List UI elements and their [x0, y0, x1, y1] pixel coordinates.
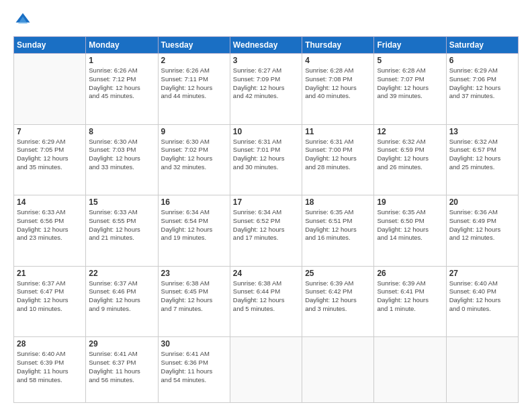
- day-info: Sunrise: 6:39 AM Sunset: 6:41 PM Dayligh…: [377, 279, 443, 314]
- day-number: 19: [377, 197, 443, 207]
- day-info: Sunrise: 6:40 AM Sunset: 6:40 PM Dayligh…: [449, 279, 515, 314]
- weekday-header: Friday: [374, 37, 446, 54]
- page: SundayMondayTuesdayWednesdayThursdayFrid…: [0, 0, 532, 411]
- day-number: 23: [161, 269, 227, 278]
- calendar-cell: 6Sunrise: 6:29 AM Sunset: 7:06 PM Daylig…: [446, 54, 518, 125]
- day-number: 11: [305, 127, 371, 136]
- calendar-cell: 11Sunrise: 6:31 AM Sunset: 7:00 PM Dayli…: [302, 124, 374, 195]
- day-number: 6: [449, 56, 515, 65]
- day-number: 15: [89, 197, 154, 207]
- calendar-cell: [230, 337, 302, 403]
- calendar-week-row: 7Sunrise: 6:29 AM Sunset: 7:05 PM Daylig…: [14, 124, 519, 195]
- day-number: 8: [89, 127, 154, 136]
- day-info: Sunrise: 6:38 AM Sunset: 6:44 PM Dayligh…: [233, 279, 299, 314]
- calendar-cell: 1Sunrise: 6:26 AM Sunset: 7:12 PM Daylig…: [86, 54, 158, 125]
- calendar-cell: 22Sunrise: 6:37 AM Sunset: 6:46 PM Dayli…: [86, 266, 158, 337]
- day-number: 20: [449, 197, 515, 207]
- day-info: Sunrise: 6:35 AM Sunset: 6:50 PM Dayligh…: [377, 208, 443, 242]
- weekday-header: Wednesday: [230, 37, 302, 54]
- calendar-cell: 27Sunrise: 6:40 AM Sunset: 6:40 PM Dayli…: [446, 266, 518, 337]
- calendar-cell: 2Sunrise: 6:26 AM Sunset: 7:11 PM Daylig…: [158, 54, 230, 125]
- day-info: Sunrise: 6:26 AM Sunset: 7:11 PM Dayligh…: [161, 66, 227, 101]
- day-number: 13: [449, 127, 515, 136]
- day-info: Sunrise: 6:34 AM Sunset: 6:52 PM Dayligh…: [233, 208, 299, 242]
- calendar-cell: [14, 54, 86, 125]
- day-number: 30: [161, 339, 227, 349]
- day-number: 12: [377, 127, 443, 136]
- day-info: Sunrise: 6:26 AM Sunset: 7:12 PM Dayligh…: [89, 66, 154, 101]
- calendar-cell: 26Sunrise: 6:39 AM Sunset: 6:41 PM Dayli…: [374, 266, 446, 337]
- calendar-cell: 10Sunrise: 6:31 AM Sunset: 7:01 PM Dayli…: [230, 124, 302, 195]
- calendar-cell: 12Sunrise: 6:32 AM Sunset: 6:59 PM Dayli…: [374, 124, 446, 195]
- day-number: 3: [233, 56, 299, 65]
- calendar-cell: [374, 337, 446, 403]
- day-number: 29: [89, 339, 154, 349]
- day-info: Sunrise: 6:40 AM Sunset: 6:39 PM Dayligh…: [17, 350, 83, 384]
- day-info: Sunrise: 6:41 AM Sunset: 6:36 PM Dayligh…: [161, 350, 227, 384]
- day-info: Sunrise: 6:36 AM Sunset: 6:49 PM Dayligh…: [449, 208, 515, 242]
- calendar-cell: 15Sunrise: 6:33 AM Sunset: 6:55 PM Dayli…: [86, 195, 158, 267]
- calendar-cell: 13Sunrise: 6:32 AM Sunset: 6:57 PM Dayli…: [446, 124, 518, 195]
- day-info: Sunrise: 6:33 AM Sunset: 6:56 PM Dayligh…: [17, 208, 83, 242]
- weekday-header: Thursday: [302, 37, 374, 54]
- weekday-header: Sunday: [14, 37, 86, 54]
- day-info: Sunrise: 6:29 AM Sunset: 7:05 PM Dayligh…: [17, 138, 83, 172]
- logo: [13, 11, 35, 30]
- day-number: 18: [305, 197, 371, 207]
- day-info: Sunrise: 6:41 AM Sunset: 6:37 PM Dayligh…: [89, 350, 154, 384]
- calendar-cell: 4Sunrise: 6:28 AM Sunset: 7:08 PM Daylig…: [302, 54, 374, 125]
- calendar-cell: 16Sunrise: 6:34 AM Sunset: 6:54 PM Dayli…: [158, 195, 230, 267]
- weekday-header: Saturday: [446, 37, 518, 54]
- calendar-week-row: 14Sunrise: 6:33 AM Sunset: 6:56 PM Dayli…: [14, 195, 519, 267]
- calendar-week-row: 1Sunrise: 6:26 AM Sunset: 7:12 PM Daylig…: [14, 54, 519, 125]
- calendar-week-row: 21Sunrise: 6:37 AM Sunset: 6:47 PM Dayli…: [14, 266, 519, 337]
- day-info: Sunrise: 6:34 AM Sunset: 6:54 PM Dayligh…: [161, 208, 227, 242]
- day-number: 27: [449, 269, 515, 278]
- calendar-cell: 20Sunrise: 6:36 AM Sunset: 6:49 PM Dayli…: [446, 195, 518, 267]
- calendar-header-row: SundayMondayTuesdayWednesdayThursdayFrid…: [14, 37, 519, 54]
- day-number: 17: [233, 197, 299, 207]
- day-info: Sunrise: 6:30 AM Sunset: 7:03 PM Dayligh…: [89, 138, 154, 172]
- calendar-cell: 5Sunrise: 6:28 AM Sunset: 7:07 PM Daylig…: [374, 54, 446, 125]
- calendar-cell: 9Sunrise: 6:30 AM Sunset: 7:02 PM Daylig…: [158, 124, 230, 195]
- day-info: Sunrise: 6:31 AM Sunset: 7:01 PM Dayligh…: [233, 138, 299, 172]
- day-number: 1: [89, 56, 154, 65]
- day-number: 2: [161, 56, 227, 65]
- day-info: Sunrise: 6:37 AM Sunset: 6:47 PM Dayligh…: [17, 279, 83, 314]
- day-number: 24: [233, 269, 299, 278]
- day-info: Sunrise: 6:37 AM Sunset: 6:46 PM Dayligh…: [89, 279, 154, 314]
- calendar-cell: 21Sunrise: 6:37 AM Sunset: 6:47 PM Dayli…: [14, 266, 86, 337]
- day-info: Sunrise: 6:38 AM Sunset: 6:45 PM Dayligh…: [161, 279, 227, 314]
- day-number: 10: [233, 127, 299, 136]
- weekday-header: Monday: [86, 37, 158, 54]
- day-info: Sunrise: 6:32 AM Sunset: 6:57 PM Dayligh…: [449, 138, 515, 172]
- weekday-header: Tuesday: [158, 37, 230, 54]
- calendar-cell: 19Sunrise: 6:35 AM Sunset: 6:50 PM Dayli…: [374, 195, 446, 267]
- calendar-cell: 25Sunrise: 6:39 AM Sunset: 6:42 PM Dayli…: [302, 266, 374, 337]
- calendar-cell: 17Sunrise: 6:34 AM Sunset: 6:52 PM Dayli…: [230, 195, 302, 267]
- calendar-cell: 30Sunrise: 6:41 AM Sunset: 6:36 PM Dayli…: [158, 337, 230, 403]
- day-number: 4: [305, 56, 371, 65]
- day-number: 25: [305, 269, 371, 278]
- calendar-cell: 7Sunrise: 6:29 AM Sunset: 7:05 PM Daylig…: [14, 124, 86, 195]
- day-number: 16: [161, 197, 227, 207]
- day-info: Sunrise: 6:30 AM Sunset: 7:02 PM Dayligh…: [161, 138, 227, 172]
- day-number: 28: [17, 339, 83, 349]
- day-info: Sunrise: 6:39 AM Sunset: 6:42 PM Dayligh…: [305, 279, 371, 314]
- day-info: Sunrise: 6:33 AM Sunset: 6:55 PM Dayligh…: [89, 208, 154, 242]
- day-number: 26: [377, 269, 443, 278]
- calendar-cell: 24Sunrise: 6:38 AM Sunset: 6:44 PM Dayli…: [230, 266, 302, 337]
- calendar-week-row: 28Sunrise: 6:40 AM Sunset: 6:39 PM Dayli…: [14, 337, 519, 403]
- day-info: Sunrise: 6:27 AM Sunset: 7:09 PM Dayligh…: [233, 66, 299, 101]
- day-info: Sunrise: 6:28 AM Sunset: 7:08 PM Dayligh…: [305, 66, 371, 101]
- day-info: Sunrise: 6:35 AM Sunset: 6:51 PM Dayligh…: [305, 208, 371, 242]
- day-number: 7: [17, 127, 83, 136]
- day-number: 14: [17, 197, 83, 207]
- calendar-cell: 23Sunrise: 6:38 AM Sunset: 6:45 PM Dayli…: [158, 266, 230, 337]
- day-number: 5: [377, 56, 443, 65]
- calendar-cell: 29Sunrise: 6:41 AM Sunset: 6:37 PM Dayli…: [86, 337, 158, 403]
- day-info: Sunrise: 6:32 AM Sunset: 6:59 PM Dayligh…: [377, 138, 443, 172]
- day-info: Sunrise: 6:29 AM Sunset: 7:06 PM Dayligh…: [449, 66, 515, 101]
- calendar-table: SundayMondayTuesdayWednesdayThursdayFrid…: [13, 36, 519, 403]
- day-number: 22: [89, 269, 154, 278]
